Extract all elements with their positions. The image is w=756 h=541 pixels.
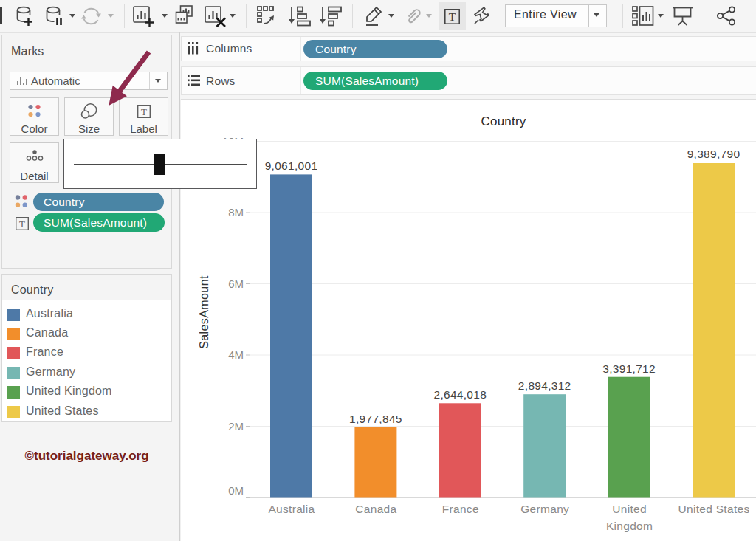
svg-text:France: France	[442, 503, 479, 515]
svg-text:SalesAmount: SalesAmount	[198, 275, 210, 349]
svg-text:2M: 2M	[228, 420, 244, 433]
svg-text:Kingdom: Kingdom	[606, 520, 653, 532]
svg-text:Germany: Germany	[520, 503, 569, 515]
svg-text:Australia: Australia	[268, 503, 315, 515]
svg-text:3,391,712: 3,391,712	[602, 362, 656, 375]
svg-text:Canada: Canada	[355, 503, 396, 515]
svg-text:4M: 4M	[228, 348, 244, 361]
svg-text:1,977,845: 1,977,845	[349, 413, 402, 425]
svg-text:T: T	[19, 218, 25, 230]
svg-text:9,061,001: 9,061,001	[265, 159, 318, 172]
svg-text:T: T	[141, 106, 147, 117]
svg-text:2,894,312: 2,894,312	[518, 379, 571, 392]
svg-text:United States: United States	[678, 503, 750, 515]
svg-text:9,389,790: 9,389,790	[687, 148, 740, 160]
svg-text:0M: 0M	[228, 484, 244, 497]
svg-text:6M: 6M	[228, 278, 244, 290]
svg-text:T: T	[449, 10, 456, 23]
svg-text:2,644,018: 2,644,018	[433, 388, 487, 401]
svg-text:8M: 8M	[228, 206, 244, 218]
svg-text:Country: Country	[481, 114, 526, 128]
svg-text:United: United	[612, 503, 647, 515]
